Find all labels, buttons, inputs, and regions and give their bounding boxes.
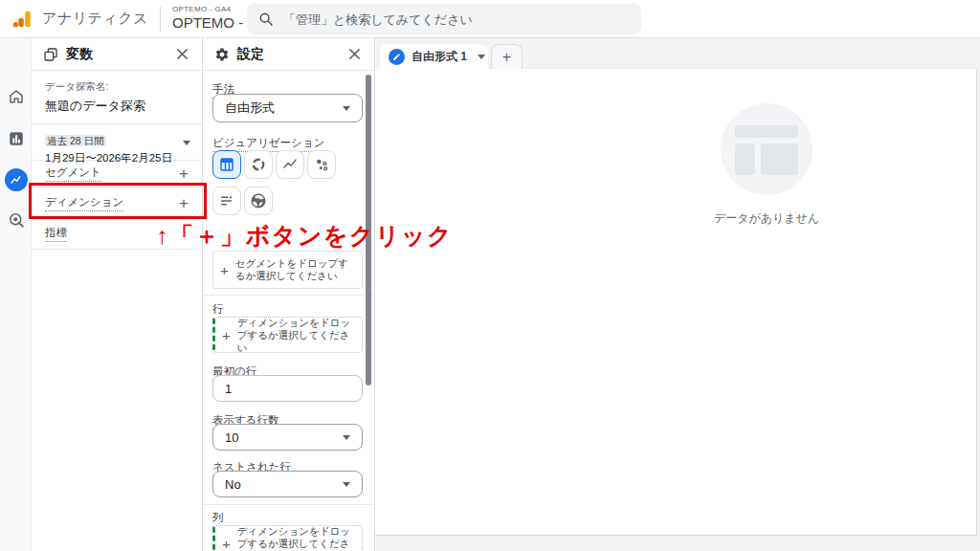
no-data-message: データがありません bbox=[671, 210, 862, 227]
segments-label: セグメント bbox=[45, 165, 101, 182]
settings-panel-title: 設定 bbox=[237, 46, 346, 63]
search-input[interactable] bbox=[283, 12, 609, 27]
technique-value: 自由形式 bbox=[225, 99, 275, 117]
google-analytics-logo-icon[interactable] bbox=[11, 9, 33, 30]
global-search[interactable] bbox=[247, 4, 641, 34]
date-range-selector[interactable]: 過去 28 日間 1月29日〜2026年2月25日 bbox=[32, 124, 202, 161]
first-row-input[interactable] bbox=[225, 382, 350, 396]
viz-donut-button[interactable] bbox=[244, 150, 273, 179]
left-nav-rail bbox=[0, 38, 32, 551]
app-title: アナリティクス bbox=[42, 10, 148, 28]
plus-icon: + bbox=[220, 263, 229, 277]
metrics-label: 指標 bbox=[45, 226, 67, 242]
chevron-down-icon bbox=[183, 141, 190, 145]
date-range-value: 1月29日〜2026年2月25日 bbox=[45, 151, 189, 165]
rows-dimension-drop-zone[interactable]: + ディメンションをドロップするか選択してください bbox=[212, 317, 363, 353]
variables-close-icon[interactable] bbox=[174, 46, 190, 62]
add-tab-button[interactable]: + bbox=[491, 44, 523, 69]
rows-drop-text: ディメンションをドロップするか選択してください bbox=[237, 317, 355, 354]
plus-icon: + bbox=[222, 328, 231, 342]
placeholder-right-block bbox=[761, 143, 798, 175]
columns-dimension-drop-zone[interactable]: + ディメンションをドロップするか選択してください bbox=[212, 525, 363, 551]
nested-rows-select[interactable]: No bbox=[212, 471, 363, 497]
settings-scrollbar[interactable] bbox=[366, 75, 371, 386]
top-header: アナリティクス OPTEMO - GA4 OPTEMO - GA4 bbox=[0, 0, 980, 38]
tab-settings-panel: 設定 手法 自由形式 ビジュアリゼーション bbox=[203, 38, 375, 551]
home-icon[interactable] bbox=[0, 88, 32, 105]
variables-panel-title: 変数 bbox=[66, 46, 174, 63]
show-rows-value: 10 bbox=[225, 430, 238, 445]
visualization-card: データがありません bbox=[375, 69, 977, 536]
technique-select[interactable]: 自由形式 bbox=[212, 94, 363, 122]
settings-gear-icon bbox=[214, 47, 230, 62]
tab-freeform-1[interactable]: 自由形式 1 bbox=[380, 44, 488, 69]
explore-icon-active[interactable] bbox=[0, 168, 32, 191]
viz-scatter-button[interactable] bbox=[307, 150, 336, 179]
placeholder-header-bar bbox=[735, 125, 798, 138]
dimensions-label: ディメンション bbox=[45, 195, 123, 211]
viz-geo-button[interactable] bbox=[244, 187, 273, 215]
metrics-section: 指標 bbox=[32, 219, 202, 250]
empty-state-illustration bbox=[721, 103, 813, 195]
settings-close-icon[interactable] bbox=[346, 46, 363, 62]
plus-icon: + bbox=[502, 49, 511, 66]
search-icon bbox=[258, 11, 274, 27]
variables-icon bbox=[43, 47, 58, 62]
viz-table-button[interactable] bbox=[212, 150, 241, 179]
variables-panel: 変数 データ探索名: 無題のデータ探索 過去 28 日間 1月29日〜2026年… bbox=[32, 38, 203, 551]
chevron-down-icon bbox=[343, 106, 350, 111]
placeholder-left-block bbox=[735, 143, 755, 175]
date-range-chip: 過去 28 日間 bbox=[45, 135, 106, 146]
exploration-name-label: データ探索名: bbox=[45, 80, 189, 94]
first-row-input-box bbox=[212, 375, 363, 402]
edit-pencil-icon bbox=[389, 49, 405, 65]
advertising-icon[interactable] bbox=[0, 211, 32, 229]
columns-drop-text: ディメンションをドロップするか選択してください bbox=[237, 525, 355, 551]
reports-icon[interactable] bbox=[0, 130, 32, 147]
viz-bar-button[interactable] bbox=[212, 187, 241, 215]
exploration-canvas: 自由形式 1 + データがありません bbox=[375, 38, 980, 551]
tab-menu-chevron-icon[interactable] bbox=[478, 55, 485, 59]
exploration-name-section[interactable]: データ探索名: 無題のデータ探索 bbox=[32, 71, 202, 124]
chevron-down-icon bbox=[343, 435, 350, 440]
segment-drop-text: セグメントをドロップするか選択してください bbox=[235, 257, 355, 282]
nested-rows-value: No bbox=[225, 477, 241, 492]
section-divider bbox=[203, 504, 375, 505]
chevron-down-icon bbox=[343, 482, 350, 487]
viz-line-button[interactable] bbox=[276, 150, 304, 179]
exploration-name-value: 無題のデータ探索 bbox=[45, 98, 189, 115]
plus-icon: + bbox=[222, 537, 231, 551]
section-divider bbox=[203, 295, 375, 296]
segment-drop-zone[interactable]: + セグメントをドロップするか選択してください bbox=[212, 251, 363, 289]
add-segment-button[interactable]: + bbox=[179, 165, 189, 182]
header-divider bbox=[160, 7, 161, 32]
dimensions-section: ディメンション + bbox=[32, 187, 202, 219]
show-rows-select[interactable]: 10 bbox=[212, 424, 363, 451]
add-dimension-button[interactable]: + bbox=[179, 195, 189, 211]
tab-label: 自由形式 1 bbox=[412, 49, 467, 65]
